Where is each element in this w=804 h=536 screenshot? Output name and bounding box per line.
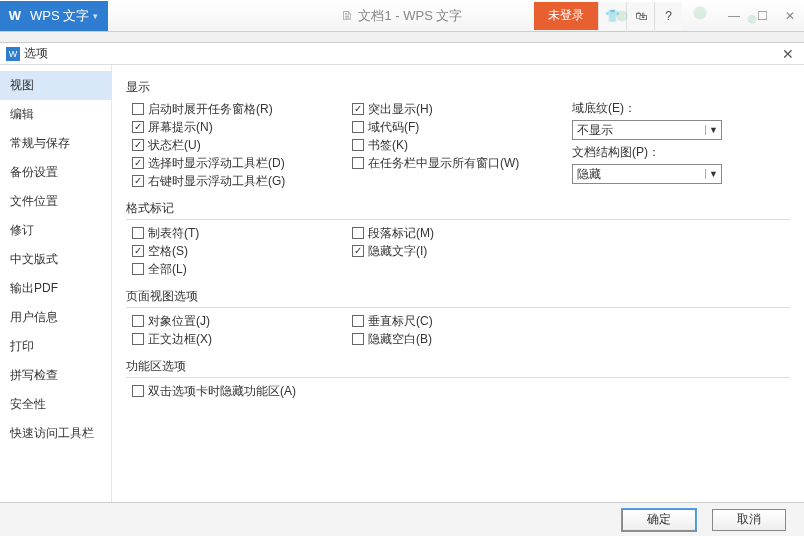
help-button[interactable]: ? bbox=[654, 2, 682, 30]
display-c1-option-3[interactable]: 选择时显示浮动工具栏(D) bbox=[132, 154, 352, 172]
checkbox-icon bbox=[132, 245, 144, 257]
checkbox-icon bbox=[352, 315, 364, 327]
checkbox-icon bbox=[132, 227, 144, 239]
divider bbox=[692, 2, 720, 30]
select-value: 不显示 bbox=[573, 122, 705, 139]
display-c2-option-1[interactable]: 域代码(F) bbox=[352, 118, 572, 136]
app-label: WPS 文字 bbox=[30, 7, 89, 25]
checkbox-icon bbox=[132, 175, 144, 187]
display-c1-option-2[interactable]: 状态栏(U) bbox=[132, 136, 352, 154]
display-selects: 域底纹(E)：不显示▼文档结构图(P)：隐藏▼ bbox=[572, 100, 772, 190]
checkbox-icon bbox=[132, 263, 144, 275]
display-c2-option-2[interactable]: 书签(K) bbox=[352, 136, 572, 154]
option-label: 启动时展开任务窗格(R) bbox=[148, 101, 273, 118]
option-label: 书签(K) bbox=[368, 137, 408, 154]
ribbon-option-0[interactable]: 双击选项卡时隐藏功能区(A) bbox=[132, 382, 352, 400]
checkbox-icon bbox=[132, 333, 144, 345]
sidebar-item-4[interactable]: 文件位置 bbox=[0, 187, 111, 216]
sidebar-item-8[interactable]: 用户信息 bbox=[0, 303, 111, 332]
minimize-icon: — bbox=[728, 9, 740, 23]
maximize-button[interactable]: ☐ bbox=[748, 2, 776, 30]
document-title-text: 文档1 - WPS 文字 bbox=[358, 7, 462, 25]
option-label: 空格(S) bbox=[148, 243, 188, 260]
sidebar-item-0[interactable]: 视图 bbox=[0, 71, 111, 100]
document-title: 🗎 文档1 - WPS 文字 bbox=[341, 7, 462, 25]
marks-c2-option-1[interactable]: 隐藏文字(I) bbox=[352, 242, 572, 260]
marks-c1-option-0[interactable]: 制表符(T) bbox=[132, 224, 352, 242]
login-button[interactable]: 未登录 bbox=[534, 2, 598, 30]
option-label: 隐藏空白(B) bbox=[368, 331, 432, 348]
select-label-0: 域底纹(E)： bbox=[572, 100, 772, 116]
marks-c2-option-0[interactable]: 段落标记(M) bbox=[352, 224, 572, 242]
display-c1-option-1[interactable]: 屏幕提示(N) bbox=[132, 118, 352, 136]
sidebar-item-7[interactable]: 输出PDF bbox=[0, 274, 111, 303]
options-dialog: W 选项 ✕ 视图编辑常规与保存备份设置文件位置修订中文版式输出PDF用户信息打… bbox=[0, 42, 804, 536]
chevron-down-icon: ▼ bbox=[705, 125, 721, 135]
checkbox-icon bbox=[352, 157, 364, 169]
sidebar-item-3[interactable]: 备份设置 bbox=[0, 158, 111, 187]
option-label: 屏幕提示(N) bbox=[148, 119, 213, 136]
marks-options-grid: 制表符(T)空格(S)全部(L) 段落标记(M)隐藏文字(I) bbox=[132, 224, 790, 278]
option-label: 突出显示(H) bbox=[368, 101, 433, 118]
cancel-label: 取消 bbox=[737, 511, 761, 528]
minimize-button[interactable]: — bbox=[720, 2, 748, 30]
dialog-title: 选项 bbox=[24, 45, 48, 62]
ok-label: 确定 bbox=[647, 511, 671, 528]
maximize-icon: ☐ bbox=[757, 9, 768, 23]
display-c2-option-0[interactable]: 突出显示(H) bbox=[352, 100, 572, 118]
section-title-ribbon: 功能区选项 bbox=[126, 358, 790, 378]
checkbox-icon bbox=[132, 157, 144, 169]
shirt-icon: 👕 bbox=[605, 9, 620, 23]
pageview-options-grid: 对象位置(J)正文边框(X) 垂直标尺(C)隐藏空白(B) bbox=[132, 312, 790, 348]
checkbox-icon bbox=[132, 103, 144, 115]
select-combo-1[interactable]: 隐藏▼ bbox=[572, 164, 722, 184]
titlebar-right: 未登录 👕 🛍 ? — ☐ ✕ bbox=[534, 0, 804, 31]
sidebar-item-2[interactable]: 常规与保存 bbox=[0, 129, 111, 158]
sidebar-item-9[interactable]: 打印 bbox=[0, 332, 111, 361]
display-c1-option-4[interactable]: 右键时显示浮动工具栏(G) bbox=[132, 172, 352, 190]
cancel-button[interactable]: 取消 bbox=[712, 509, 786, 531]
option-label: 右键时显示浮动工具栏(G) bbox=[148, 173, 285, 190]
section-title-pageview: 页面视图选项 bbox=[126, 288, 790, 308]
checkbox-icon bbox=[352, 245, 364, 257]
sidebar-item-11[interactable]: 安全性 bbox=[0, 390, 111, 419]
option-label: 对象位置(J) bbox=[148, 313, 210, 330]
pageview-c1-option-1[interactable]: 正文边框(X) bbox=[132, 330, 352, 348]
feedback-button[interactable]: 🛍 bbox=[626, 2, 654, 30]
question-icon: ? bbox=[665, 9, 672, 23]
close-icon: ✕ bbox=[785, 9, 795, 23]
select-label-1: 文档结构图(P)： bbox=[572, 144, 772, 160]
marks-c1-option-2[interactable]: 全部(L) bbox=[132, 260, 352, 278]
login-label: 未登录 bbox=[548, 7, 584, 24]
select-value: 隐藏 bbox=[573, 166, 705, 183]
pageview-c2-option-0[interactable]: 垂直标尺(C) bbox=[352, 312, 572, 330]
chevron-down-icon: ▾ bbox=[93, 11, 98, 21]
option-label: 正文边框(X) bbox=[148, 331, 212, 348]
display-c2-option-3[interactable]: 在任务栏中显示所有窗口(W) bbox=[352, 154, 572, 172]
option-label: 隐藏文字(I) bbox=[368, 243, 427, 260]
sidebar-item-12[interactable]: 快速访问工具栏 bbox=[0, 419, 111, 448]
checkbox-icon bbox=[352, 121, 364, 133]
dialog-footer: 确定 取消 bbox=[0, 502, 804, 536]
option-label: 全部(L) bbox=[148, 261, 187, 278]
wps-logo-icon: W bbox=[6, 7, 24, 25]
sidebar-item-1[interactable]: 编辑 bbox=[0, 100, 111, 129]
pageview-c1-option-0[interactable]: 对象位置(J) bbox=[132, 312, 352, 330]
dialog-close-button[interactable]: ✕ bbox=[778, 46, 798, 62]
document-icon: 🗎 bbox=[341, 8, 354, 23]
sidebar-item-10[interactable]: 拼写检查 bbox=[0, 361, 111, 390]
sidebar-item-5[interactable]: 修订 bbox=[0, 216, 111, 245]
pageview-c2-option-1[interactable]: 隐藏空白(B) bbox=[352, 330, 572, 348]
select-combo-0[interactable]: 不显示▼ bbox=[572, 120, 722, 140]
display-c1-option-0[interactable]: 启动时展开任务窗格(R) bbox=[132, 100, 352, 118]
checkbox-icon bbox=[132, 385, 144, 397]
sidebar-item-6[interactable]: 中文版式 bbox=[0, 245, 111, 274]
close-app-button[interactable]: ✕ bbox=[776, 2, 804, 30]
app-brand[interactable]: W WPS 文字 ▾ bbox=[0, 1, 108, 31]
close-icon: ✕ bbox=[782, 46, 794, 62]
ok-button[interactable]: 确定 bbox=[622, 509, 696, 531]
skin-button[interactable]: 👕 bbox=[598, 2, 626, 30]
option-label: 段落标记(M) bbox=[368, 225, 434, 242]
marks-c1-option-1[interactable]: 空格(S) bbox=[132, 242, 352, 260]
app-titlebar: W WPS 文字 ▾ 🗎 文档1 - WPS 文字 未登录 👕 🛍 ? — ☐ … bbox=[0, 0, 804, 32]
